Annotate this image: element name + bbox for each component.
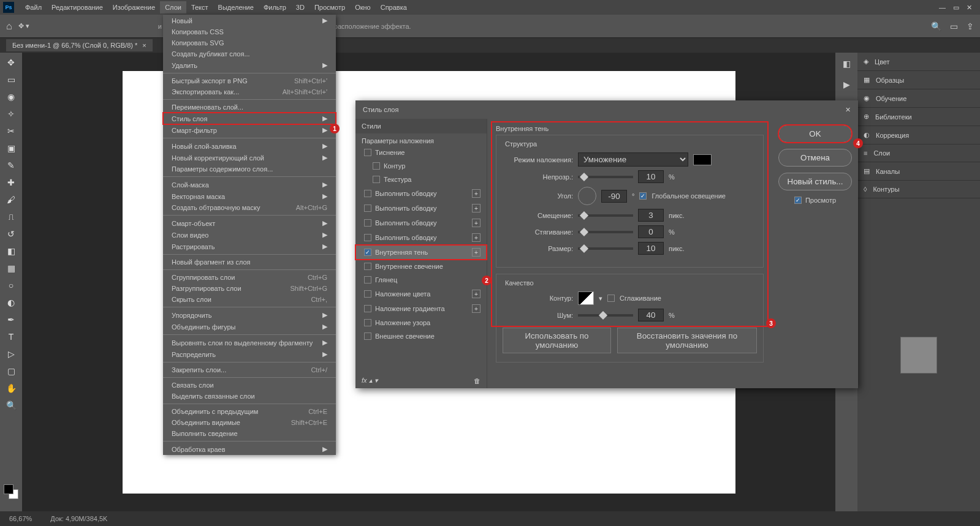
opacity-slider[interactable]	[578, 176, 633, 178]
effect-item[interactable]: Выполнить обводку+	[355, 216, 487, 230]
distance-input[interactable]	[638, 209, 664, 222]
tab-close-icon[interactable]: ×	[142, 42, 146, 49]
effect-item[interactable]: Наложение цвета+	[355, 287, 487, 301]
size-slider[interactable]	[578, 247, 633, 250]
zoom-level[interactable]: 66,67%	[9, 515, 32, 522]
menu-item[interactable]: Выровнять слои по выделенному фрагменту▶	[163, 337, 336, 348]
reset-default-button[interactable]: Восстановить значения по умолчанию	[617, 328, 757, 353]
menu-item[interactable]: Параметры содержимого слоя...	[163, 163, 336, 175]
preview-checkbox[interactable]: ✓	[794, 197, 802, 204]
dodge-tool-icon[interactable]: ◐	[4, 296, 18, 309]
healing-brush-icon[interactable]: ✚	[4, 176, 18, 189]
effect-item[interactable]: ✓Внутренняя тень+	[355, 245, 487, 260]
blend-mode-select[interactable]: Умножение	[578, 152, 688, 167]
ok-button[interactable]: OK	[778, 125, 852, 143]
menu-item[interactable]: Новый фрагмент из слоя	[163, 257, 336, 268]
zoom-tool-icon[interactable]: 🔍	[4, 399, 18, 411]
menu-item[interactable]: Объединить видимыеShift+Ctrl+E	[163, 417, 336, 428]
menu-выделение[interactable]: Выделение	[213, 1, 259, 13]
choke-input[interactable]	[638, 225, 664, 238]
hand-tool-icon[interactable]: ✋	[4, 382, 18, 394]
effect-checkbox[interactable]	[373, 176, 380, 183]
gradient-tool-icon[interactable]: ▦	[4, 262, 18, 274]
maximize-icon[interactable]: ▭	[953, 4, 959, 12]
menu-текст[interactable]: Текст	[186, 1, 213, 13]
effect-item[interactable]: Тиснение	[355, 146, 487, 159]
menu-item[interactable]: Стиль слоя▶	[163, 113, 336, 124]
menu-item[interactable]: Связать слои	[163, 380, 336, 391]
menu-item[interactable]: Разгруппировать слоиShift+Ctrl+G	[163, 283, 336, 294]
menu-item[interactable]: Удалить▶	[163, 59, 336, 71]
add-effect-icon[interactable]: +	[472, 189, 481, 198]
menu-файл[interactable]: Файл	[20, 1, 47, 13]
angle-dial[interactable]	[578, 187, 596, 205]
menu-item[interactable]: Смарт-фильтр▶	[163, 124, 336, 136]
shape-tool-icon[interactable]: ▢	[4, 365, 18, 377]
make-default-button[interactable]: Использовать по умолчанию	[503, 328, 611, 353]
add-effect-icon[interactable]: +	[472, 290, 481, 298]
menu-item[interactable]: Экспортировать как...Alt+Shift+Ctrl+'	[163, 86, 336, 97]
menu-item[interactable]: Новый корректирующий слой▶	[163, 152, 336, 163]
fx-icon[interactable]: fx ▴ ▾	[362, 377, 378, 385]
lasso-tool-icon[interactable]: ◉	[4, 91, 18, 103]
frame-tool-icon[interactable]: ▣	[4, 142, 18, 154]
menu-item[interactable]: Копировать SVG	[163, 37, 336, 48]
noise-input[interactable]	[638, 309, 664, 321]
menu-item[interactable]: Создать дубликат слоя...	[163, 48, 336, 59]
menu-изображение[interactable]: Изображение	[108, 1, 160, 13]
menu-item[interactable]: Новый▶	[163, 15, 336, 26]
effect-checkbox[interactable]	[364, 234, 371, 241]
effect-checkbox[interactable]	[364, 190, 371, 197]
effect-item[interactable]: Контур	[355, 159, 487, 173]
menu-item[interactable]: Новый слой-заливка▶	[163, 140, 336, 152]
add-effect-icon[interactable]: +	[472, 204, 481, 212]
path-select-icon[interactable]: ▷	[4, 348, 18, 360]
effect-checkbox[interactable]	[364, 276, 371, 284]
menu-окно[interactable]: Окно	[350, 1, 376, 13]
panel-библиотеки[interactable]: ⊕Библиотеки	[857, 108, 980, 126]
panel-icon[interactable]: ◧	[843, 59, 851, 69]
effect-checkbox[interactable]	[364, 205, 371, 212]
menu-item[interactable]: Упорядочить▶	[163, 309, 336, 321]
menu-item[interactable]: Смарт-объект▶	[163, 217, 336, 229]
minimize-icon[interactable]: —	[939, 4, 946, 12]
dialog-close-icon[interactable]: ✕	[845, 106, 851, 114]
history-brush-icon[interactable]: ↺	[4, 228, 18, 240]
menu-item[interactable]: Создать обтравочную маскуAlt+Ctrl+G	[163, 202, 336, 213]
noise-slider[interactable]	[578, 314, 633, 317]
blending-options[interactable]: Параметры наложения	[355, 133, 487, 146]
panel-цвет[interactable]: ◈Цвет	[857, 53, 980, 71]
menu-item[interactable]: Векторная маска▶	[163, 190, 336, 202]
effect-item[interactable]: Выполнить обводку+	[355, 186, 487, 201]
size-input[interactable]	[638, 242, 664, 255]
effect-item[interactable]: Наложение градиента+	[355, 301, 487, 316]
menu-item[interactable]: Обработка краев▶	[163, 443, 336, 455]
new-style-button[interactable]: Новый стиль...	[778, 173, 852, 190]
menu-фильтр[interactable]: Фильтр	[259, 1, 291, 13]
panel-обучение[interactable]: ◉Обучение	[857, 89, 980, 108]
workspace-icon[interactable]: ▭	[950, 21, 958, 31]
opacity-input[interactable]	[638, 170, 664, 183]
menu-item[interactable]: Распределить▶	[163, 348, 336, 360]
eyedropper-icon[interactable]: ✎	[4, 159, 18, 171]
panel-icon[interactable]: ▶	[843, 80, 850, 89]
effect-checkbox[interactable]	[364, 219, 371, 227]
effect-checkbox[interactable]	[364, 333, 371, 340]
antialias-checkbox[interactable]	[607, 295, 615, 302]
add-effect-icon[interactable]: +	[472, 248, 481, 257]
menu-item[interactable]: Слой-маска▶	[163, 179, 336, 190]
crop-tool-icon[interactable]: ✂	[4, 125, 18, 137]
distance-slider[interactable]	[578, 214, 633, 217]
menu-слои[interactable]: Слои	[160, 1, 186, 13]
blur-tool-icon[interactable]: ○	[4, 279, 18, 291]
menu-item[interactable]: Сгруппировать слоиCtrl+G	[163, 272, 336, 283]
panel-каналы[interactable]: ▤Каналы	[857, 162, 980, 181]
menu-справка[interactable]: Справка	[376, 1, 412, 13]
panel-коррекция[interactable]: ◐Коррекция	[857, 126, 980, 145]
color-swatches[interactable]	[4, 484, 18, 499]
menu-3d[interactable]: 3D	[291, 1, 310, 13]
share-icon[interactable]: ⇪	[967, 21, 974, 31]
menu-item[interactable]: Закрепить слои...Ctrl+/	[163, 364, 336, 375]
choke-slider[interactable]	[578, 231, 633, 233]
menu-item[interactable]: Быстрый экспорт в PNGShift+Ctrl+'	[163, 75, 336, 86]
